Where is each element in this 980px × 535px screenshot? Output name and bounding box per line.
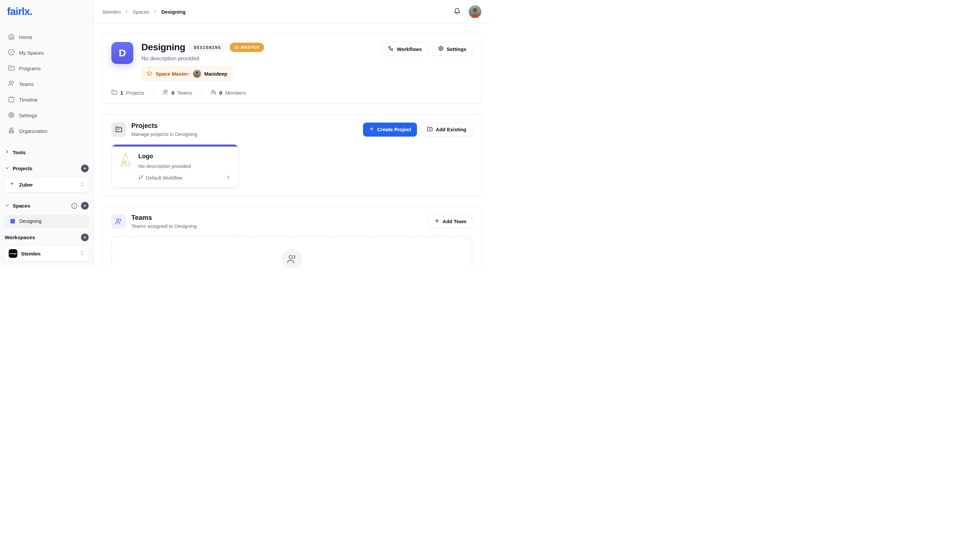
project-selector[interactable]: Zuber [4,177,89,192]
teams-section-subtitle: Teams assigned to Designing [131,223,197,229]
app: fairlx. Home My Spaces Programs Teams Ti… [0,0,490,268]
tools-label: Tools [13,149,25,155]
folder-kanban-icon [8,65,15,72]
sidebar-item-home[interactable]: Home [4,30,89,44]
breadcrumb-workspace[interactable]: Stemlen [102,9,121,15]
sidebar-item-my-spaces[interactable]: My Spaces [4,46,89,60]
page-content: D Designing DESIGNING MASTER No descript… [94,24,490,268]
workspace-logo: stemlen [9,249,18,258]
sidebar-item-label: Teams [19,81,33,87]
sidebar-item-label: Programs [19,66,41,71]
workspaces-header: Workspaces [4,232,89,245]
topbar-actions [453,5,481,18]
add-workspace-button[interactable] [81,233,89,241]
space-avatar: D [111,42,133,64]
workflow-icon [388,46,394,52]
sidebar-item-programs[interactable]: Programs [4,62,89,75]
users-round-icon [210,89,216,96]
home-icon [8,33,15,41]
stat-value: 1 [120,90,123,95]
stat-projects: 1 Projects [111,89,144,96]
chevron-right-icon [5,149,10,155]
gear-icon [8,111,15,119]
teams-empty-state [111,236,473,268]
spaces-info-icon[interactable] [71,202,78,210]
sidebar-item-label: Settings [19,113,37,118]
project-workflow-label: Default Workflow [146,175,182,181]
users-icon [8,80,15,88]
sidebar-item-teams[interactable]: Teams [4,77,89,91]
add-team-button[interactable]: Add Team [428,214,473,228]
workflows-button[interactable]: Workflows [382,42,428,56]
settings-button-label: Settings [447,46,466,52]
stat-value: 0 [172,90,174,95]
chevron-right-icon [153,9,158,15]
sidebar-space-item-designing[interactable]: Designing [4,215,89,227]
main-area: Stemlen Spaces Designing D Designing [94,0,490,268]
breadcrumb-current: Designing [161,9,186,15]
top-bar: Stemlen Spaces Designing [94,0,490,24]
sidebar-section-spaces: Spaces [4,200,89,211]
teams-section-title: Teams [131,214,197,222]
projects-section-icon [111,122,126,137]
space-description: No description provided [142,55,377,62]
plus-icon [434,218,440,224]
users-icon [163,89,169,96]
sidebar-bottom: Workspaces stemlen Stemlen [0,227,93,268]
master-role-badge: MASTER [230,43,264,52]
bell-icon[interactable] [453,8,461,16]
space-item-label: Designing [19,218,42,224]
teams-section-icon [111,214,126,229]
add-project-button[interactable] [81,165,89,172]
logo-row: fairlx. [0,0,93,24]
teams-section-card: Teams Teams assigned to Designing Add Te… [102,206,482,268]
brand-logo[interactable]: fairlx. [7,6,32,17]
projects-section-subtitle: Manage projects in Designing [131,131,197,137]
projects-section-label[interactable]: Projects [13,165,32,171]
circle-check-icon [8,49,15,57]
add-space-button[interactable] [81,202,89,210]
chevron-down-icon[interactable] [5,203,10,209]
space-overview-card: D Designing DESIGNING MASTER No descript… [102,33,482,104]
chevron-right-icon [124,9,129,15]
projects-section-title: Projects [131,122,197,130]
workspaces-label: Workspaces [5,235,35,241]
space-actions: Workflows Settings [382,42,473,56]
stat-label: Teams [177,90,192,95]
workspace-switcher[interactable]: stemlen Stemlen [4,245,89,262]
breadcrumb: Stemlen Spaces Designing [102,9,186,15]
project-card-logo[interactable]: Logo No description provided Default Wor… [111,144,239,187]
sidebar-item-organization[interactable]: Organization [4,124,89,138]
gear-icon [438,46,444,52]
project-logo-image [119,152,133,181]
sidebar-item-label: My Spaces [19,50,44,56]
space-key-badge: DESIGNING [190,43,225,52]
sidebar-section-tools[interactable]: Tools [4,147,89,157]
spaces-section-label[interactable]: Spaces [13,203,30,208]
sidebar-item-settings[interactable]: Settings [4,109,89,122]
stat-label: Members [225,90,246,95]
space-stats: 1 Projects 0 Teams 0 Members [111,89,473,96]
add-existing-button[interactable]: Add Existing [421,122,473,137]
space-master-label: Space Master: [156,71,190,77]
sidebar-nav: Home My Spaces Programs Teams Timeline S… [0,24,93,138]
space-title: Designing [142,42,185,52]
chevrons-up-down-icon [80,251,85,257]
breadcrumb-spaces[interactable]: Spaces [133,9,150,15]
sidebar-item-timeline[interactable]: Timeline [4,93,89,106]
add-team-label: Add Team [443,219,466,224]
create-project-button[interactable]: Create Project [363,122,417,137]
leaf-icon [14,251,16,256]
chevron-down-icon[interactable] [5,165,10,171]
space-settings-button[interactable]: Settings [432,42,473,56]
add-existing-label: Add Existing [436,127,466,132]
master-role-badge-label: MASTER [241,45,260,49]
sidebar-item-label: Organization [19,128,47,134]
space-master-name: Manideep [204,71,228,77]
selected-workspace-label: Stemlen [21,251,40,257]
workflows-button-label: Workflows [397,46,422,52]
crown-icon [234,44,239,50]
user-avatar[interactable] [469,5,481,18]
chevron-right-icon[interactable] [226,175,231,181]
projects-section-card: Projects Manage projects in Designing Cr… [102,114,482,196]
